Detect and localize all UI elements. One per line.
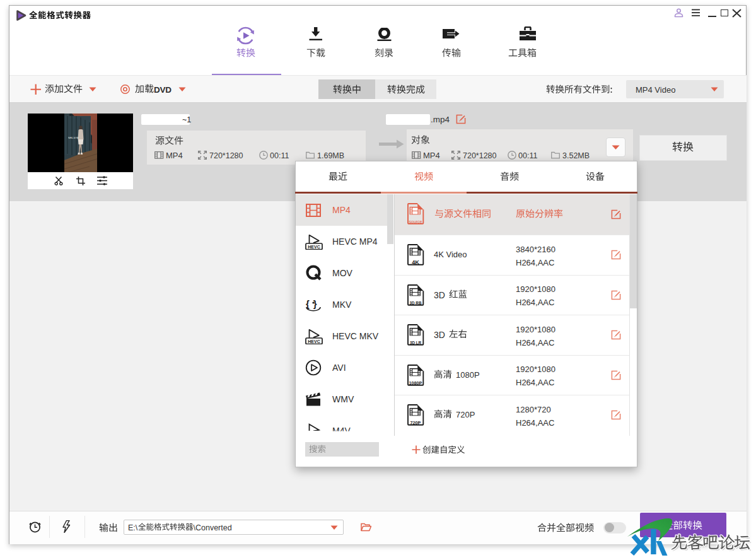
- svg-text:NRLSYB: NRLSYB: [68, 136, 79, 139]
- svg-text:3D LR: 3D LR: [410, 341, 422, 345]
- svg-text:HEVC: HEVC: [308, 245, 320, 249]
- svg-text:{ }: { }: [306, 298, 317, 309]
- svg-text:HEVC: HEVC: [308, 339, 320, 344]
- svg-text:3D RB: 3D RB: [410, 300, 422, 305]
- svg-text:720P: 720P: [410, 420, 421, 426]
- svg-text:source: source: [409, 219, 422, 224]
- svg-text:1080P: 1080P: [409, 380, 422, 385]
- svg-text:4K: 4K: [412, 259, 419, 265]
